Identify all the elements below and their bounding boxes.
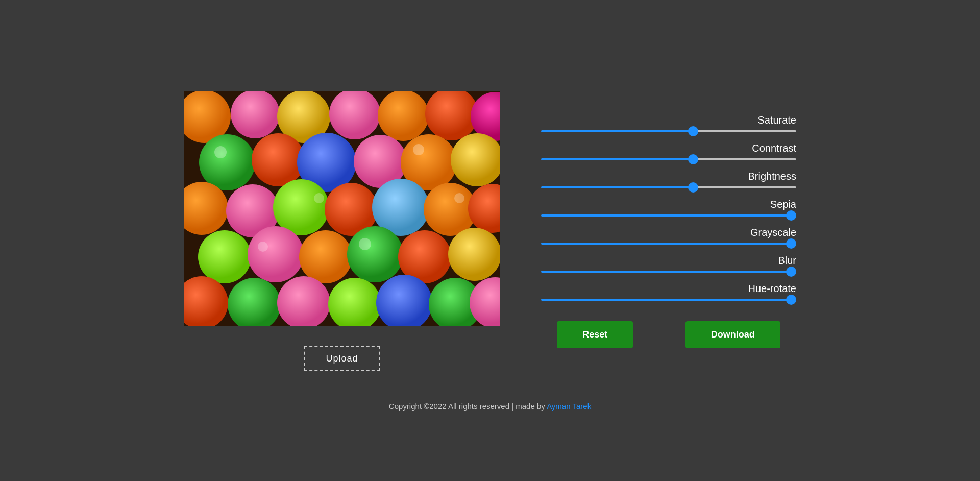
svg-point-23: [299, 230, 352, 283]
contrast-group: Conntrast: [541, 142, 796, 160]
svg-point-26: [448, 228, 500, 281]
reset-button[interactable]: Reset: [557, 321, 633, 348]
sepia-slider[interactable]: [541, 214, 796, 217]
brightness-label: Brightness: [541, 171, 796, 182]
main-container: Upload Saturate Conntrast Brightness Sep…: [0, 70, 980, 392]
svg-point-2: [231, 91, 280, 138]
left-panel: Upload: [184, 91, 500, 371]
svg-point-22: [248, 226, 304, 282]
right-panel: Saturate Conntrast Brightness Sepia Gray…: [541, 114, 796, 348]
buttons-row: Reset Download: [541, 321, 796, 348]
svg-point-9: [252, 133, 305, 186]
saturate-group: Saturate: [541, 114, 796, 132]
grayscale-group: Grayscale: [541, 227, 796, 245]
svg-point-21: [198, 230, 251, 283]
svg-point-38: [359, 238, 371, 250]
hue-rotate-label: Hue-rotate: [541, 283, 796, 295]
saturate-slider[interactable]: [541, 130, 796, 132]
image-display: [184, 91, 500, 326]
hue-rotate-slider[interactable]: [541, 299, 796, 301]
footer-text: Copyright ©2022 All rights reserved | ma…: [389, 402, 547, 411]
svg-point-35: [314, 193, 324, 203]
blur-slider[interactable]: [541, 271, 796, 273]
contrast-label: Conntrast: [541, 142, 796, 154]
page-wrapper: Upload Saturate Conntrast Brightness Sep…: [0, 70, 980, 411]
svg-point-34: [214, 146, 227, 158]
footer-author-link[interactable]: Ayman Tarek: [547, 402, 591, 411]
svg-point-5: [378, 91, 429, 141]
sepia-group: Sepia: [541, 199, 796, 217]
grayscale-label: Grayscale: [541, 227, 796, 238]
svg-point-24: [347, 226, 403, 282]
svg-point-37: [258, 242, 268, 252]
grayscale-slider[interactable]: [541, 243, 796, 245]
download-button[interactable]: Download: [685, 321, 780, 348]
upload-button[interactable]: Upload: [304, 346, 379, 371]
contrast-slider[interactable]: [541, 158, 796, 160]
blur-label: Blur: [541, 255, 796, 267]
sepia-label: Sepia: [541, 199, 796, 210]
brightness-slider[interactable]: [541, 186, 796, 188]
footer: Copyright ©2022 All rights reserved | ma…: [0, 402, 980, 411]
svg-point-8: [199, 134, 255, 190]
hue-rotate-group: Hue-rotate: [541, 283, 796, 301]
saturate-label: Saturate: [541, 114, 796, 126]
image-svg: [184, 91, 500, 326]
svg-point-36: [413, 144, 424, 155]
svg-point-39: [454, 193, 464, 203]
blur-group: Blur: [541, 255, 796, 273]
brightness-group: Brightness: [541, 171, 796, 188]
